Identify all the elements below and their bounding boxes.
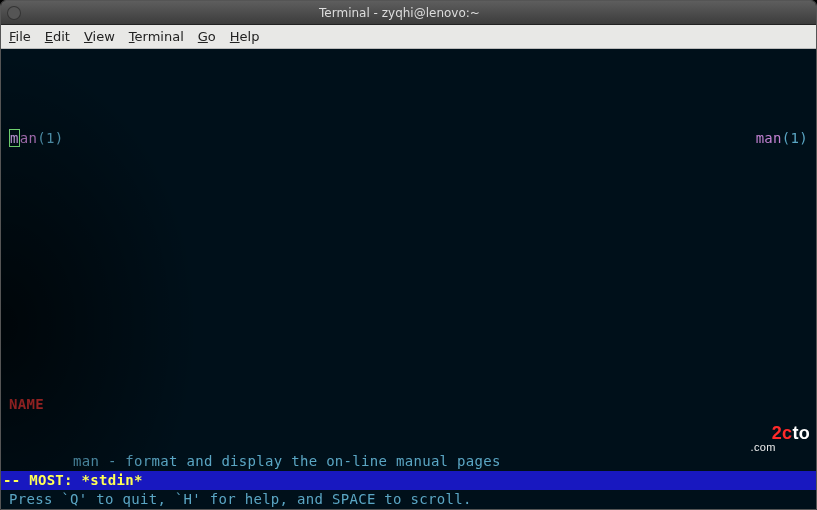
menu-view[interactable]: View <box>84 29 115 44</box>
menu-help[interactable]: Help <box>230 29 260 44</box>
cursor: m <box>9 129 20 147</box>
menu-terminal[interactable]: Terminal <box>129 29 184 44</box>
pager-status-bar: -- MOST: *stdin* <box>1 471 816 490</box>
menu-bar: File Edit View Terminal Go Help <box>1 25 816 49</box>
menu-edit[interactable]: Edit <box>45 29 70 44</box>
menu-go[interactable]: Go <box>198 29 216 44</box>
menu-file[interactable]: File <box>9 29 31 44</box>
window-titlebar: Terminal - zyqhi@lenovo:~ <box>1 1 816 25</box>
section-name: NAME <box>9 396 44 412</box>
terminal-viewport[interactable]: man(1) man(1) NAME man - format and disp… <box>1 49 816 509</box>
window-title: Terminal - zyqhi@lenovo:~ <box>25 6 774 20</box>
manpage-header: man(1) man(1) <box>9 129 808 148</box>
name-line: man - format and display the on-line man… <box>73 453 501 469</box>
window-close-button[interactable] <box>7 6 21 20</box>
pager-help-line: Press `Q' to quit, `H' for help, and SPA… <box>1 490 816 509</box>
